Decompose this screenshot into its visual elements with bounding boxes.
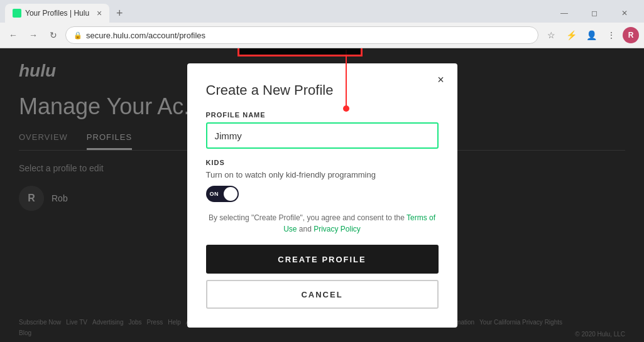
bookmark-icon[interactable]: ☆	[542, 26, 560, 44]
modal-close-button[interactable]: ×	[434, 72, 449, 87]
window-controls: — ◻ ✕	[550, 4, 639, 23]
tab-title: Your Profiles | Hulu	[25, 9, 89, 18]
kids-description: Turn on to watch only kid-friendly progr…	[206, 170, 439, 179]
forward-button[interactable]: →	[25, 27, 41, 43]
url-bar[interactable]: 🔒 secure.hulu.com/account/profiles	[65, 26, 538, 44]
close-button[interactable]: ✕	[610, 4, 639, 23]
minimize-button[interactable]: —	[550, 4, 579, 23]
browser-actions: ☆ ⚡ 👤 ⋮ R	[542, 26, 639, 44]
new-tab-button[interactable]: +	[112, 6, 127, 21]
profile-name-label: PROFILE NAME	[206, 111, 439, 119]
active-tab[interactable]: Your Profiles | Hulu ×	[5, 4, 109, 23]
refresh-button[interactable]: ↻	[45, 27, 62, 43]
create-profile-modal: × Create a New Profile PROFILE NAME KIDS…	[187, 63, 457, 328]
modal-overlay: × Create a New Profile PROFILE NAME KIDS…	[0, 48, 644, 342]
toggle-knob	[224, 187, 237, 201]
kids-label: KIDS	[206, 159, 439, 166]
url-text: secure.hulu.com/account/profiles	[86, 31, 205, 40]
terms-before: By selecting "Create Profile", you agree…	[209, 213, 407, 222]
lock-icon: 🔒	[74, 31, 82, 40]
kids-section: KIDS Turn on to watch only kid-friendly …	[206, 159, 439, 202]
profile-name-input[interactable]	[206, 122, 439, 149]
tab-favicon	[13, 9, 21, 18]
kids-toggle[interactable]: ON	[206, 186, 239, 202]
privacy-policy-link[interactable]: Privacy Policy	[314, 225, 361, 233]
menu-icon[interactable]: ⋮	[603, 26, 620, 44]
restore-button[interactable]: ◻	[580, 4, 609, 23]
terms-text: By selecting "Create Profile", you agree…	[206, 212, 439, 235]
terms-mid: and	[297, 225, 314, 233]
back-button[interactable]: ←	[5, 27, 21, 43]
create-profile-button[interactable]: CREATE PROFILE	[206, 245, 439, 274]
tab-bar: Your Profiles | Hulu × + — ◻ ✕	[0, 0, 644, 23]
account-icon[interactable]: 👤	[582, 26, 600, 44]
extension-icon[interactable]: ⚡	[562, 26, 580, 44]
browser-profile-avatar[interactable]: R	[623, 27, 639, 43]
page-content: hulu Manage Your Ac... OVERVIEW PROFILES…	[0, 48, 644, 342]
browser-chrome: Your Profiles | Hulu × + — ◻ ✕ ← → ↻ 🔒 s…	[0, 0, 644, 48]
annotation-label: CREATE PROFILE	[237, 48, 363, 56]
modal-title: Create a New Profile	[206, 82, 439, 99]
address-bar: ← → ↻ 🔒 secure.hulu.com/account/profiles…	[0, 23, 644, 48]
toggle-on-label: ON	[210, 191, 219, 197]
cancel-button[interactable]: CANCEL	[206, 280, 439, 309]
tab-close-icon[interactable]: ×	[97, 8, 102, 18]
